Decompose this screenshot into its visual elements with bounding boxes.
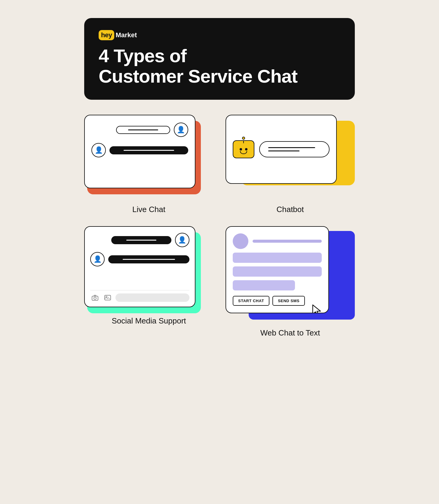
social-media-section: 👤 👤 — [84, 226, 213, 338]
robot-mouth — [240, 151, 247, 154]
webchat-illustration: START CHAT SEND SMS — [226, 226, 355, 322]
social-avatar-right: 👤 — [175, 233, 189, 247]
chatbot-label: Chatbot — [276, 205, 304, 214]
bubble-dark — [109, 146, 188, 154]
cards-grid: 👤 👤 Live Chat — [84, 115, 355, 338]
social-bubble-dark — [111, 236, 171, 244]
webchat-content-bar-3 — [233, 280, 295, 290]
chatbot-bubble — [259, 141, 330, 157]
live-chat-label: Live Chat — [132, 205, 165, 214]
message-input[interactable] — [115, 293, 189, 302]
social-user-icon: 👤 — [178, 236, 186, 244]
chatbot-illustration — [226, 115, 355, 199]
avatar-bottom-left: 👤 — [91, 143, 106, 157]
webchat-label: Web Chat to Text — [260, 328, 320, 338]
avatar-top-right: 👤 — [174, 123, 188, 137]
brand: hey Market — [99, 30, 340, 40]
webchat-section: START CHAT SEND SMS Web Chat to Text — [226, 226, 355, 338]
antenna-ball — [242, 137, 245, 140]
social-bottom-bar — [90, 290, 189, 302]
robot-eye-right — [245, 148, 247, 150]
user-icon: 👤 — [177, 126, 185, 134]
social-media-label: Social Media Support — [112, 316, 186, 326]
chatbot-section: Chatbot — [226, 115, 355, 214]
send-sms-button[interactable]: SEND SMS — [272, 296, 305, 306]
webchat-buttons: START CHAT SEND SMS — [233, 296, 322, 306]
social-user-icon-2: 👤 — [94, 255, 102, 263]
social-media-illustration: 👤 👤 — [84, 226, 213, 310]
webchat-content-bar-2 — [233, 266, 322, 277]
robot-eye-left — [240, 148, 242, 150]
antenna-stick — [243, 140, 244, 143]
svg-point-1 — [94, 297, 96, 299]
social-card: 👤 👤 — [84, 226, 195, 307]
robot-head — [233, 140, 254, 158]
webchat-card: START CHAT SEND SMS — [226, 226, 329, 313]
chat-row-2: 👤 — [91, 143, 188, 157]
header-card: hey Market 4 Types of Customer Service C… — [84, 18, 355, 100]
brand-hey: hey — [99, 30, 114, 40]
social-row-1: 👤 — [90, 233, 189, 247]
start-chat-button[interactable]: START CHAT — [233, 296, 269, 306]
page-wrapper: hey Market 4 Types of Customer Service C… — [84, 18, 355, 338]
camera-icon[interactable] — [90, 293, 100, 302]
live-chat-illustration: 👤 👤 — [84, 115, 213, 199]
webchat-name-line — [253, 240, 322, 243]
bubble-right-top — [116, 126, 170, 134]
live-chat-card: 👤 👤 — [84, 115, 195, 188]
robot-face — [240, 148, 247, 150]
image-icon[interactable] — [103, 293, 112, 302]
chatbot-card — [226, 115, 337, 184]
live-chat-section: 👤 👤 Live Chat — [84, 115, 213, 214]
robot-body — [233, 140, 254, 158]
user-icon-2: 👤 — [95, 146, 103, 154]
webchat-header-row — [233, 233, 322, 249]
social-row-2: 👤 — [90, 252, 189, 266]
webchat-avatar — [233, 233, 248, 249]
header-title: 4 Types of Customer Service Chat — [99, 46, 340, 87]
chat-row-1: 👤 — [91, 123, 188, 137]
social-avatar-left: 👤 — [90, 252, 105, 266]
cursor-icon — [312, 304, 322, 313]
robot-antenna — [242, 137, 245, 143]
social-bubble-dark-2 — [108, 255, 189, 263]
webchat-content-bar-1 — [233, 253, 322, 263]
brand-market: Market — [115, 31, 137, 39]
